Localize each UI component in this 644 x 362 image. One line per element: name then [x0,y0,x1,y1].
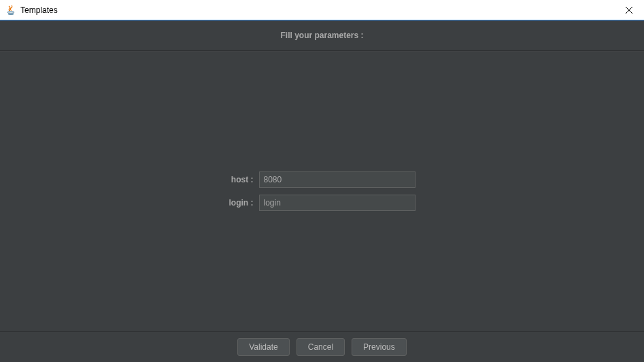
cancel-button[interactable]: Cancel [296,338,345,356]
content-area: Fill your parameters : host : login : Va… [0,20,644,362]
svg-point-0 [7,11,14,13]
form-area: host : login : [0,51,644,331]
java-icon [5,5,16,16]
host-input[interactable] [259,171,416,188]
close-icon [626,7,632,14]
host-label: host : [229,175,254,184]
validate-button[interactable]: Validate [237,338,289,356]
window-title: Templates [20,5,58,15]
header-text: Fill your parameters : [280,31,363,40]
close-button[interactable] [613,0,644,20]
form-grid: host : login : [229,171,416,211]
svg-point-1 [8,13,14,14]
login-label: login : [229,198,254,208]
header-section: Fill your parameters : [0,20,644,51]
login-input[interactable] [259,195,416,211]
window-titlebar: Templates [0,0,644,20]
footer: Validate Cancel Previous [0,331,644,362]
previous-button[interactable]: Previous [352,338,407,356]
